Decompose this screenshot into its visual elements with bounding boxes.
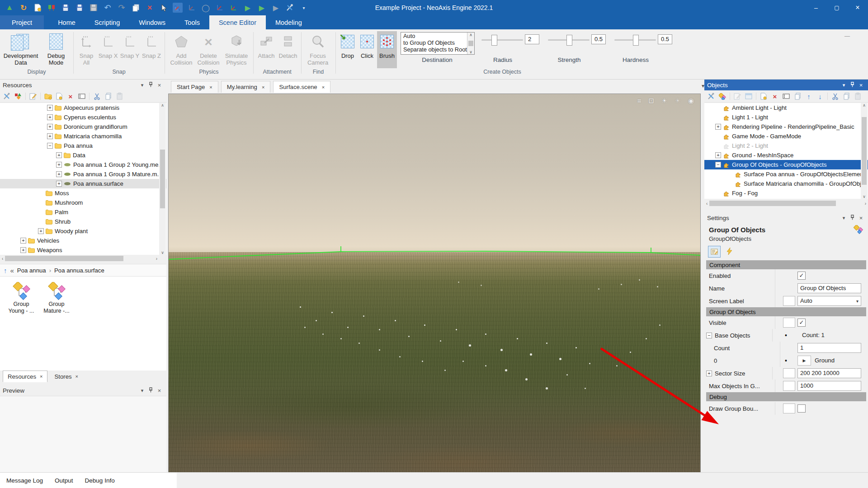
maximize-button[interactable]: ▢ — [826, 0, 847, 15]
click-button[interactable]: Click — [358, 31, 376, 68]
edit-icon[interactable] — [29, 92, 37, 100]
qat-menu-icon[interactable]: ▾ — [299, 3, 309, 13]
drop-button[interactable]: ↘ Drop — [338, 31, 357, 68]
default-value-box[interactable] — [783, 318, 795, 328]
hardness-slider-thumb[interactable] — [633, 35, 639, 46]
move-down-icon[interactable]: ↓ — [816, 92, 824, 100]
rename-icon[interactable] — [782, 92, 790, 100]
duplicate-icon[interactable] — [793, 92, 802, 100]
sector-size-field[interactable]: 200 200 10000 — [797, 368, 861, 378]
resources-hscrollbar[interactable]: ‹ › — [0, 255, 159, 262]
close-icon[interactable]: × — [40, 374, 42, 379]
scroll-thumb[interactable] — [862, 117, 867, 185]
strength-slider[interactable]: 0.5 Strength — [548, 35, 607, 45]
expand-icon[interactable]: + — [706, 371, 712, 376]
tree-item-selected[interactable]: +Poa annua.surface — [0, 179, 166, 188]
cut-icon[interactable] — [93, 92, 101, 100]
new-object-icon[interactable] — [760, 92, 768, 100]
tab-start-page[interactable]: Start Page× — [171, 81, 218, 93]
pin-icon[interactable] — [146, 82, 155, 88]
scroll-down-icon[interactable]: ∨ — [469, 50, 472, 54]
duplicate-icon[interactable] — [131, 3, 141, 13]
add-component-icon[interactable] — [718, 92, 726, 100]
ribbon-collapse-icon[interactable]: — — [844, 33, 850, 39]
tree-item[interactable]: Fog - Fog — [704, 188, 868, 198]
sun-icon[interactable]: ☀ — [661, 97, 667, 105]
close-icon[interactable]: × — [322, 84, 325, 90]
default-value-box[interactable] — [783, 368, 795, 378]
close-icon[interactable]: × — [155, 82, 164, 89]
copy-icon[interactable] — [104, 92, 112, 100]
sync-icon[interactable]: ↻ — [19, 3, 28, 13]
tab-surface-scene[interactable]: Surface.scene× — [273, 81, 330, 93]
close-icon[interactable]: × — [857, 215, 865, 221]
display-icon[interactable]: ⊡ — [648, 97, 654, 105]
close-button[interactable]: × — [847, 0, 868, 15]
tree-item[interactable]: +Matricaria chamomilla — [0, 131, 166, 141]
close-icon[interactable]: × — [75, 374, 78, 379]
tree-item[interactable]: Ambient Light - Light — [704, 103, 868, 113]
tree-item[interactable]: +Woody plant — [0, 226, 166, 236]
display-options-icon[interactable] — [14, 92, 22, 100]
run-icon[interactable]: ▶ — [257, 3, 267, 13]
delete-icon[interactable]: × — [771, 92, 779, 100]
events-tab-icon[interactable] — [723, 246, 735, 257]
scene-viewport[interactable]: ≡ ⊡ ☀ ☀ ◉ — [168, 94, 701, 473]
radius-slider[interactable]: 2 Radius — [481, 35, 540, 45]
delete-icon[interactable]: × — [66, 92, 75, 100]
max-objects-field[interactable]: 1000 — [797, 381, 861, 391]
tree-item[interactable]: Game Mode - GameMode — [704, 131, 868, 141]
flags-icon[interactable] — [47, 3, 57, 13]
objects-vscrollbar[interactable]: ∧ ∨ — [861, 103, 868, 199]
tab-message-log[interactable]: Message Log — [6, 477, 43, 484]
destination-option[interactable]: Auto — [401, 33, 474, 39]
name-field[interactable]: Group Of Objects — [797, 283, 861, 293]
destination-option[interactable]: to Group Of Objects — [401, 39, 474, 46]
objects-hscrollbar[interactable]: ‹ › — [704, 200, 868, 207]
tab-debug-info[interactable]: Debug Info — [85, 477, 115, 484]
tree-item-disabled[interactable]: Light 2 - Light — [704, 141, 868, 150]
scroll-thumb[interactable] — [468, 41, 473, 46]
save-all-icon[interactable] — [75, 3, 85, 13]
tab-windows[interactable]: Windows — [129, 15, 175, 29]
transform-tool-icon[interactable] — [187, 3, 197, 13]
new-folder-icon[interactable] — [44, 92, 52, 100]
tab-modeling[interactable]: Modeling — [266, 15, 311, 29]
default-value-box[interactable] — [783, 381, 795, 391]
cut-icon[interactable] — [831, 92, 839, 100]
tree-item[interactable]: +Vehicles — [0, 236, 166, 245]
tab-home[interactable]: Home — [48, 15, 85, 29]
reference-button[interactable]: ▶ — [797, 356, 811, 366]
tools-icon[interactable] — [3, 92, 11, 100]
tree-item[interactable]: +Alopecurus pratensis — [0, 103, 166, 113]
tab-tools[interactable]: Tools — [175, 15, 209, 29]
breadcrumb-folder[interactable]: Poa annua — [17, 267, 46, 274]
close-icon[interactable]: × — [262, 84, 264, 90]
move-tool-icon[interactable] — [173, 3, 183, 13]
tree-item[interactable]: +Ground - MeshInSpace — [704, 150, 868, 160]
scroll-up-icon[interactable]: ∧ — [469, 33, 472, 37]
close-icon[interactable]: × — [857, 82, 865, 89]
tree-item[interactable]: +Cyperus esculentus — [0, 113, 166, 122]
strength-value[interactable]: 0.5 — [591, 34, 606, 44]
tree-item[interactable]: +Doronicum grandiflorum — [0, 122, 166, 131]
development-data-button[interactable]: DevelopmentData — [3, 31, 39, 68]
tab-project[interactable]: Project — [0, 15, 44, 29]
tree-item-selected[interactable]: −Group Of Objects - GroupOfObjects — [704, 160, 868, 169]
panel-menu-icon[interactable]: ▾ — [840, 215, 848, 221]
tree-item[interactable]: +Weapons — [0, 245, 166, 255]
move-up-icon[interactable]: ↑ — [805, 92, 813, 100]
draw-group-checkbox[interactable] — [797, 404, 806, 413]
screens-icon[interactable]: ≡ — [637, 97, 642, 105]
enabled-checkbox[interactable]: ✓ — [797, 272, 806, 280]
scroll-thumb[interactable] — [709, 201, 836, 206]
close-icon[interactable]: × — [155, 387, 164, 394]
tools-icon[interactable] — [707, 92, 715, 100]
breadcrumb-back-icon[interactable]: « — [10, 267, 14, 274]
pin-icon[interactable] — [848, 82, 857, 88]
build-tools-icon[interactable] — [285, 3, 295, 13]
tree-item[interactable]: +Poa annua 1 Group 3 Mature.m... — [0, 169, 166, 179]
hardness-value[interactable]: 0.5 — [658, 34, 672, 44]
radius-slider-thumb[interactable] — [491, 35, 497, 46]
panel-menu-icon[interactable]: ▾ — [840, 82, 848, 88]
